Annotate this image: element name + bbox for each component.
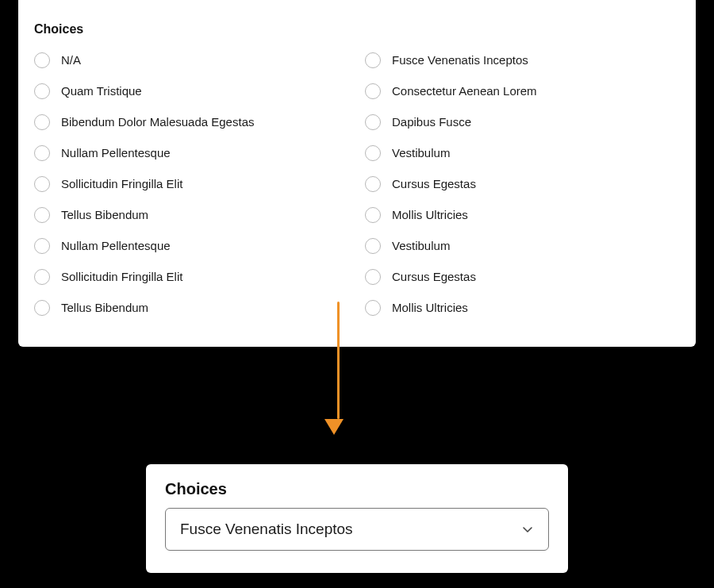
radio-label: Cursus Egestas xyxy=(392,177,476,190)
select-value: Fusce Venenatis Inceptos xyxy=(180,521,353,538)
radio-label: Vestibulum xyxy=(392,239,450,252)
choices-select[interactable]: Fusce Venenatis Inceptos xyxy=(165,508,549,551)
radio-option[interactable]: Mollis Ultricies xyxy=(365,292,680,323)
radio-choices-panel: Choices N/A Quam Tristique Bibendum Dolo… xyxy=(18,0,696,347)
radio-column-right: Fusce Venenatis Inceptos Consectetur Aen… xyxy=(365,44,680,323)
choices-title: Choices xyxy=(165,480,549,498)
radio-circle-icon xyxy=(365,176,381,192)
radio-circle-icon xyxy=(34,83,50,99)
radio-label: Nullam Pellentesque xyxy=(61,146,171,159)
radio-circle-icon xyxy=(365,114,381,130)
select-choices-panel: Choices Fusce Venenatis Inceptos xyxy=(146,464,568,573)
radio-option[interactable]: Sollicitudin Fringilla Elit xyxy=(34,261,349,292)
radio-circle-icon xyxy=(34,176,50,192)
radio-circle-icon xyxy=(365,83,381,99)
radio-label: Fusce Venenatis Inceptos xyxy=(392,53,528,67)
radio-label: Nullam Pellentesque xyxy=(61,239,171,252)
radio-option[interactable]: Vestibulum xyxy=(365,137,680,168)
radio-option[interactable]: Vestibulum xyxy=(365,230,680,261)
radio-label: N/A xyxy=(61,53,81,67)
radio-label: Mollis Ultricies xyxy=(392,208,468,221)
transform-arrow-icon xyxy=(332,302,344,435)
radio-circle-icon xyxy=(34,207,50,223)
radio-label: Sollicitudin Fringilla Elit xyxy=(61,270,182,283)
radio-option[interactable]: Mollis Ultricies xyxy=(365,199,680,230)
radio-option[interactable]: Sollicitudin Fringilla Elit xyxy=(34,168,349,199)
radio-column-left: N/A Quam Tristique Bibendum Dolor Malesu… xyxy=(34,44,349,323)
radio-option[interactable]: Bibendum Dolor Malesuada Egestas xyxy=(34,106,349,137)
radio-circle-icon xyxy=(365,52,381,68)
radio-label: Mollis Ultricies xyxy=(392,301,468,314)
radio-option[interactable]: Nullam Pellentesque xyxy=(34,230,349,261)
radio-circle-icon xyxy=(34,238,50,254)
radio-label: Tellus Bibendum xyxy=(61,208,148,221)
radio-label: Consectetur Aenean Lorem xyxy=(392,84,537,98)
radio-circle-icon xyxy=(34,52,50,68)
radio-circle-icon xyxy=(365,300,381,316)
radio-circle-icon xyxy=(34,145,50,161)
radio-circle-icon xyxy=(365,238,381,254)
radio-option[interactable]: N/A xyxy=(34,44,349,75)
radio-circle-icon xyxy=(34,300,50,316)
radio-option[interactable]: Cursus Egestas xyxy=(365,168,680,199)
radio-label: Bibendum Dolor Malesuada Egestas xyxy=(61,115,254,129)
radio-option[interactable]: Dapibus Fusce xyxy=(365,106,680,137)
chevron-down-icon xyxy=(521,523,534,536)
radio-circle-icon xyxy=(365,207,381,223)
radio-label: Vestibulum xyxy=(392,146,450,159)
radio-option[interactable]: Nullam Pellentesque xyxy=(34,137,349,168)
radio-option[interactable]: Cursus Egestas xyxy=(365,261,680,292)
radio-label: Quam Tristique xyxy=(61,84,142,98)
radio-circle-icon xyxy=(34,114,50,130)
radio-option[interactable]: Tellus Bibendum xyxy=(34,199,349,230)
radio-option[interactable]: Tellus Bibendum xyxy=(34,292,349,323)
radio-option[interactable]: Consectetur Aenean Lorem xyxy=(365,75,680,106)
choices-title: Choices xyxy=(34,22,680,37)
radio-option[interactable]: Fusce Venenatis Inceptos xyxy=(365,44,680,75)
radio-label: Tellus Bibendum xyxy=(61,301,148,314)
radio-label: Sollicitudin Fringilla Elit xyxy=(61,177,182,190)
radio-circle-icon xyxy=(365,145,381,161)
radio-label: Dapibus Fusce xyxy=(392,115,471,129)
radio-circle-icon xyxy=(34,269,50,285)
radio-columns: N/A Quam Tristique Bibendum Dolor Malesu… xyxy=(34,44,680,323)
radio-circle-icon xyxy=(365,269,381,285)
radio-option[interactable]: Quam Tristique xyxy=(34,75,349,106)
radio-label: Cursus Egestas xyxy=(392,270,476,283)
